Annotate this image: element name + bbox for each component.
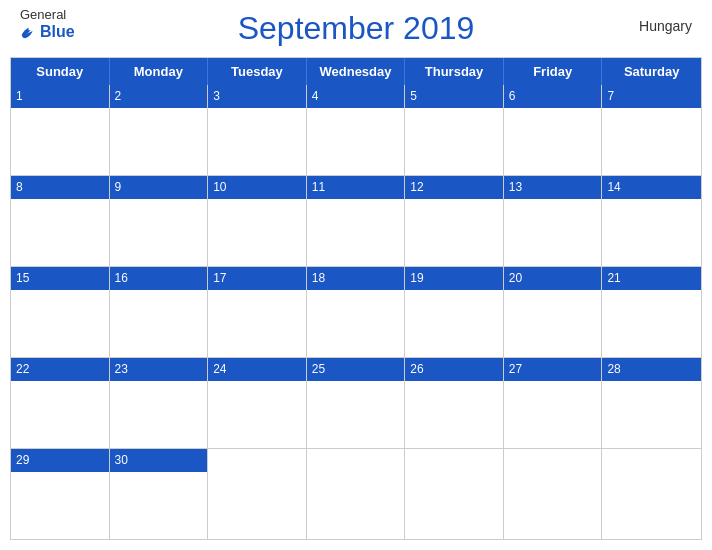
day-number: 27 [504, 358, 602, 381]
day-number: 19 [405, 267, 503, 290]
day-content [307, 455, 405, 539]
calendar-day-25: 25 [307, 358, 406, 448]
calendar-day-12: 12 [405, 176, 504, 266]
day-number: 2 [110, 85, 208, 108]
day-content [208, 455, 306, 539]
day-number: 16 [110, 267, 208, 290]
day-header-tuesday: Tuesday [208, 58, 307, 85]
calendar-day-3: 3 [208, 85, 307, 175]
calendar-week-4: 22232425262728 [11, 358, 701, 449]
calendar-week-5: 2930 [11, 449, 701, 539]
day-number: 7 [602, 85, 701, 108]
calendar-day-22: 22 [11, 358, 110, 448]
day-content [602, 108, 701, 175]
day-content [11, 108, 109, 175]
day-content [405, 108, 503, 175]
day-content [504, 199, 602, 266]
calendar-day-11: 11 [307, 176, 406, 266]
calendar-week-3: 15161718192021 [11, 267, 701, 358]
calendar-day-2: 2 [110, 85, 209, 175]
calendar-day-6: 6 [504, 85, 603, 175]
calendar-day-14: 14 [602, 176, 701, 266]
day-content [208, 290, 306, 357]
calendar-day-10: 10 [208, 176, 307, 266]
calendar-title: September 2019 [238, 10, 475, 47]
calendar-day-16: 16 [110, 267, 209, 357]
day-content [307, 199, 405, 266]
calendar-day-13: 13 [504, 176, 603, 266]
day-content [504, 381, 602, 448]
calendar-day-empty [504, 449, 603, 539]
logo: General Blue [20, 8, 75, 40]
calendar-day-21: 21 [602, 267, 701, 357]
day-content [602, 455, 701, 539]
day-headers-row: SundayMondayTuesdayWednesdayThursdayFrid… [11, 58, 701, 85]
day-content [208, 108, 306, 175]
day-content [208, 381, 306, 448]
calendar-day-9: 9 [110, 176, 209, 266]
day-content [602, 290, 701, 357]
day-number: 14 [602, 176, 701, 199]
logo-blue-text: Blue [20, 22, 75, 40]
calendar-day-24: 24 [208, 358, 307, 448]
day-content [11, 290, 109, 357]
logo-general-text: General [20, 8, 66, 22]
day-number: 23 [110, 358, 208, 381]
calendar-day-23: 23 [110, 358, 209, 448]
day-content [11, 472, 109, 539]
calendar-day-30: 30 [110, 449, 209, 539]
day-header-monday: Monday [110, 58, 209, 85]
calendar-day-empty [405, 449, 504, 539]
logo-bird-icon [20, 22, 38, 40]
calendar-day-29: 29 [11, 449, 110, 539]
calendar-day-18: 18 [307, 267, 406, 357]
day-header-sunday: Sunday [11, 58, 110, 85]
calendar-day-7: 7 [602, 85, 701, 175]
day-number: 20 [504, 267, 602, 290]
calendar-day-27: 27 [504, 358, 603, 448]
country-label: Hungary [639, 18, 692, 34]
calendar-header: General Blue September 2019 Hungary [0, 0, 712, 57]
day-content [11, 381, 109, 448]
day-number: 28 [602, 358, 701, 381]
day-number: 17 [208, 267, 306, 290]
day-number: 11 [307, 176, 405, 199]
day-content [504, 290, 602, 357]
day-header-friday: Friday [504, 58, 603, 85]
day-content [405, 199, 503, 266]
day-content [504, 108, 602, 175]
day-number: 18 [307, 267, 405, 290]
day-content [307, 381, 405, 448]
day-content [602, 381, 701, 448]
day-number: 15 [11, 267, 109, 290]
calendar-day-4: 4 [307, 85, 406, 175]
calendar-day-20: 20 [504, 267, 603, 357]
day-number: 12 [405, 176, 503, 199]
day-number: 13 [504, 176, 602, 199]
day-number: 6 [504, 85, 602, 108]
day-content [110, 199, 208, 266]
day-header-saturday: Saturday [602, 58, 701, 85]
calendar-week-2: 891011121314 [11, 176, 701, 267]
calendar-day-26: 26 [405, 358, 504, 448]
day-header-thursday: Thursday [405, 58, 504, 85]
day-number: 3 [208, 85, 306, 108]
day-content [110, 381, 208, 448]
calendar-day-8: 8 [11, 176, 110, 266]
day-header-wednesday: Wednesday [307, 58, 406, 85]
calendar-day-28: 28 [602, 358, 701, 448]
day-content [405, 290, 503, 357]
calendar-day-15: 15 [11, 267, 110, 357]
day-content [110, 472, 208, 539]
day-content [110, 108, 208, 175]
day-number: 9 [110, 176, 208, 199]
day-number: 24 [208, 358, 306, 381]
day-content [110, 290, 208, 357]
day-content [602, 199, 701, 266]
day-number: 25 [307, 358, 405, 381]
calendar-day-17: 17 [208, 267, 307, 357]
day-number: 8 [11, 176, 109, 199]
day-number: 22 [11, 358, 109, 381]
calendar-day-1: 1 [11, 85, 110, 175]
calendar-week-1: 1234567 [11, 85, 701, 176]
